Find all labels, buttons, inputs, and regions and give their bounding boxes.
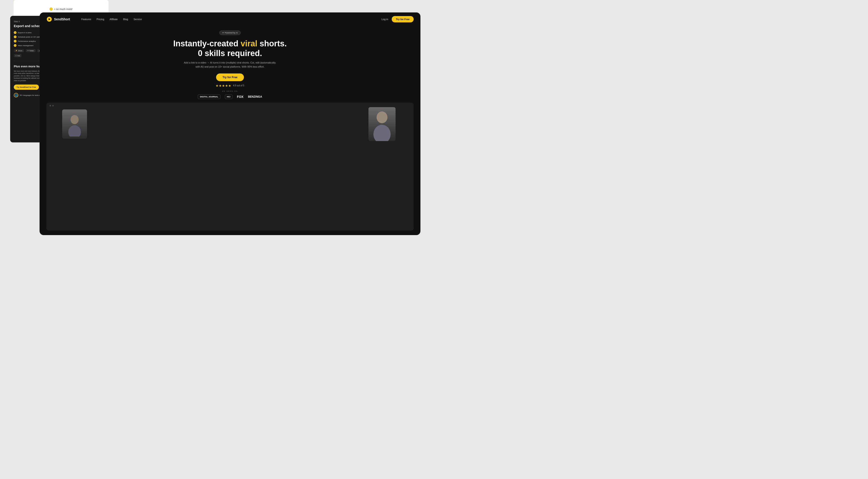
rating-text: 4.9 out of 5 — [233, 84, 244, 87]
stars-display: ★★★★★ — [216, 84, 231, 88]
nav-blog[interactable]: Blog — [123, 18, 128, 21]
feature-text-1: Export in no-time — [18, 32, 31, 34]
nav-right: Log in Try for Free — [381, 16, 414, 22]
nav-service[interactable]: Service — [133, 18, 142, 21]
svg-point-0 — [70, 115, 79, 124]
brand-hci: HCI — [225, 94, 232, 99]
hero-title-before: Instantly-created — [173, 39, 241, 48]
social-instagram: ◻ Inst — [14, 54, 22, 57]
try-free-nav-button[interactable]: Try for Free — [392, 16, 414, 22]
video-thumb-left — [62, 110, 87, 139]
svg-point-1 — [68, 125, 81, 137]
svg-point-3 — [373, 125, 391, 141]
powered-badge: ✦ Powered by AI — [219, 31, 241, 35]
feature-check-icon-3: ✓ — [14, 40, 17, 42]
social-shore: ⚡ Shore — [14, 49, 24, 52]
video-dot-1 — [50, 105, 51, 107]
person-left-svg — [66, 112, 84, 137]
instagram-icon: ◻ — [16, 55, 17, 57]
checkmark-text: + so much more! — [54, 8, 72, 10]
feature-check-icon-1: ✓ — [14, 31, 17, 34]
feature-text-3: Performance analytics — [18, 40, 36, 42]
checkmark-row: ✓ + so much more! — [50, 7, 72, 11]
svg-point-2 — [377, 112, 388, 123]
nav-affiliate[interactable]: Affiliate — [110, 18, 118, 21]
person-right-svg — [368, 107, 396, 141]
hero-title-viral: viral — [241, 39, 257, 48]
hero-title-line2: 0 skills required. — [198, 49, 262, 58]
hero-cta-button[interactable]: Try for Free — [216, 73, 244, 81]
shore-label: Shore — [18, 50, 22, 52]
twitter-label: Twitter — [29, 50, 34, 52]
stars-row: ★★★★★ 4.9 out of 5 — [216, 84, 244, 88]
person-left — [62, 110, 87, 139]
brands-row: DIGITAL JOURNAL HCI FOX BENZINGA — [198, 94, 262, 99]
navbar: SendShort Features Pricing Affiliate Blo… — [39, 12, 421, 26]
video-preview: English — [46, 102, 414, 231]
login-button[interactable]: Log in — [381, 18, 388, 21]
main-card: SendShort Features Pricing Affiliate Blo… — [39, 12, 421, 235]
brand-fox: FOX — [237, 95, 243, 98]
globe-icon: 🌐 — [14, 93, 18, 97]
try-sendshort-button[interactable]: Try SendShort for Free — [14, 85, 39, 90]
shore-icon: ⚡ — [16, 50, 18, 52]
brand-benzinga: BENZINGA — [248, 95, 262, 98]
video-dot-2 — [52, 105, 54, 107]
nav-pricing[interactable]: Pricing — [96, 18, 104, 21]
logo-icon — [46, 16, 52, 22]
hero-title: Instantly-created viral shorts. 0 skills… — [173, 39, 287, 58]
logo-text: SendShort — [54, 18, 70, 21]
nav-links: Features Pricing Affiliate Blog Service — [81, 18, 375, 21]
powered-badge-text: ✦ Powered by AI — [222, 32, 238, 34]
check-icon: ✓ — [50, 7, 53, 11]
video-top-bar — [50, 105, 54, 107]
social-twitter: ✕ Twitter — [26, 49, 36, 52]
instagram-label: Inst — [18, 55, 20, 57]
hero-section: ✦ Powered by AI Instantly-created viral … — [39, 26, 421, 102]
as-seen-on-label: AS SEEN ON — [222, 90, 238, 92]
hero-subtitle: Add a link to a video → AI turns it into… — [183, 61, 278, 69]
twitter-icon: ✕ — [27, 50, 29, 52]
hero-title-after: shorts. — [257, 39, 287, 48]
feature-check-icon-4: ✓ — [14, 44, 17, 47]
person-right — [368, 107, 396, 141]
brand-digital-journal: DIGITAL JOURNAL — [198, 94, 220, 99]
feature-check-icon-2: ✓ — [14, 35, 17, 38]
video-thumb-right — [368, 107, 396, 141]
feature-text-4: Inbox management — [18, 44, 33, 47]
logo-area: SendShort — [46, 16, 70, 22]
nav-features[interactable]: Features — [81, 18, 91, 21]
